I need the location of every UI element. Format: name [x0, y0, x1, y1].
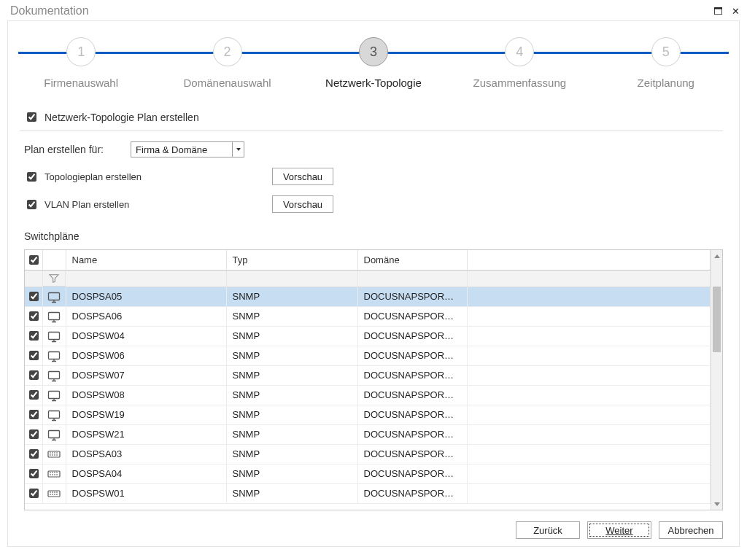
table-row[interactable]: DOSPSA06SNMPDOCUSNAPSPOR… — [25, 306, 711, 326]
row-checkbox[interactable] — [29, 370, 39, 380]
row-name: DOSPSW04 — [66, 326, 226, 346]
next-button[interactable]: Weiter — [587, 521, 651, 539]
row-checkbox[interactable] — [29, 331, 39, 341]
table-row[interactable]: DOSPSA04SNMPDOCUSNAPSPOR… — [25, 464, 711, 483]
close-icon[interactable]: ✕ — [732, 6, 740, 17]
filter-icon[interactable] — [43, 271, 66, 287]
row-typ: SNMP — [226, 326, 357, 346]
header-spacer — [467, 250, 711, 271]
row-checkbox[interactable] — [29, 489, 39, 498]
row-spacer — [467, 405, 711, 424]
row-domaene: DOCUSNAPSPOR… — [357, 287, 467, 306]
switch-icon — [47, 469, 61, 479]
monitor-icon — [47, 311, 61, 322]
filter-dom[interactable] — [357, 271, 467, 287]
filter-name[interactable] — [66, 271, 226, 287]
back-button[interactable]: Zurück — [516, 521, 580, 539]
step-circle: 4 — [505, 37, 534, 66]
row-spacer — [467, 287, 711, 306]
monitor-icon — [47, 410, 61, 420]
table-row[interactable]: DOSPSW21SNMPDOCUSNAPSPOR… — [25, 424, 711, 444]
svg-rect-4 — [49, 372, 60, 379]
plan-for-select[interactable]: Firma & Domäne — [131, 141, 244, 158]
topology-plan-checkbox[interactable] — [27, 172, 36, 182]
scroll-thumb[interactable] — [713, 287, 721, 352]
window: Dokumentation 🗖 ✕ 1Firmenauswahl2Domänen… — [0, 0, 747, 560]
step-label: Zeitplanung — [638, 77, 694, 89]
vlan-preview-button[interactable]: Vorschau — [272, 195, 333, 213]
monitor-icon — [47, 292, 61, 302]
header-domaene[interactable]: Domäne — [357, 250, 467, 271]
table-row[interactable]: DOSPSW19SNMPDOCUSNAPSPOR… — [25, 405, 711, 424]
table-row[interactable]: DOSPSW06SNMPDOCUSNAPSPOR… — [25, 346, 711, 365]
table-row[interactable]: DOSPSW04SNMPDOCUSNAPSPOR… — [25, 326, 711, 346]
switch-icon — [47, 449, 61, 459]
switchplans-table: Name Typ Domäne — [24, 249, 723, 510]
row-name: DOSPSW01 — [66, 483, 226, 503]
step-label: Domänenauswahl — [184, 77, 271, 89]
table-filter-row — [25, 271, 711, 287]
scroll-up-icon[interactable] — [711, 250, 722, 262]
row-spacer — [467, 464, 711, 483]
plan-for-label: Plan erstellen für: — [24, 144, 119, 155]
filter-typ[interactable] — [226, 271, 357, 287]
select-all-checkbox[interactable] — [29, 255, 39, 265]
step-circle: 1 — [66, 37, 96, 66]
table-row[interactable]: DOSPSA03SNMPDOCUSNAPSPOR… — [25, 444, 711, 464]
row-checkbox[interactable] — [29, 410, 39, 419]
row-checkbox[interactable] — [29, 390, 39, 400]
row-typ: SNMP — [226, 287, 357, 306]
row-checkbox[interactable] — [29, 351, 39, 360]
plan-for-row: Plan erstellen für: Firma & Domäne — [24, 141, 723, 158]
row-typ: SNMP — [226, 444, 357, 464]
wizard-step[interactable]: 1Firmenauswahl — [8, 37, 154, 89]
row-checkbox[interactable] — [29, 311, 39, 321]
row-domaene: DOCUSNAPSPOR… — [357, 326, 467, 346]
table-row[interactable]: DOSPSA05SNMPDOCUSNAPSPOR… — [25, 287, 711, 306]
row-typ: SNMP — [226, 483, 357, 503]
row-checkbox[interactable] — [29, 469, 39, 478]
monitor-icon — [47, 370, 61, 381]
svg-rect-8 — [48, 451, 60, 457]
vlan-plan-checkbox[interactable] — [27, 200, 36, 209]
monitor-icon — [47, 351, 61, 361]
svg-rect-3 — [49, 352, 60, 359]
topology-preview-button[interactable]: Vorschau — [272, 168, 333, 185]
row-name: DOSPSA05 — [66, 287, 226, 306]
wizard-steps: 1Firmenauswahl2Domänenauswahl3Netzwerk-T… — [8, 37, 739, 100]
row-domaene: DOCUSNAPSPOR… — [357, 405, 467, 424]
wizard-step[interactable]: 3Netzwerk-Topologie — [301, 37, 446, 89]
create-topology-plan-label: Netzwerk-Topologie Plan erstellen — [44, 112, 199, 123]
table-row[interactable]: DOSPSW07SNMPDOCUSNAPSPOR… — [25, 365, 711, 385]
row-domaene: DOCUSNAPSPOR… — [357, 483, 467, 503]
table-row[interactable]: DOSPSW08SNMPDOCUSNAPSPOR… — [25, 385, 711, 405]
maximize-icon[interactable]: 🗖 — [713, 6, 723, 17]
monitor-icon — [47, 390, 61, 400]
row-checkbox[interactable] — [29, 429, 39, 439]
chevron-down-icon — [232, 142, 244, 157]
create-topology-plan-checkbox[interactable] — [27, 112, 36, 122]
wizard-step[interactable]: 4Zusammenfassung — [446, 37, 592, 89]
step-label: Firmenauswahl — [44, 77, 118, 89]
scroll-down-icon[interactable] — [711, 498, 722, 510]
row-typ: SNMP — [226, 346, 357, 365]
wizard-step[interactable]: 2Domänenauswahl — [155, 37, 301, 89]
row-spacer — [467, 483, 711, 503]
dialog-content: 1Firmenauswahl2Domänenauswahl3Netzwerk-T… — [7, 20, 740, 547]
table-row[interactable]: DOSPSW01SNMPDOCUSNAPSPOR… — [25, 483, 711, 503]
wizard-step[interactable]: 5Zeitplanung — [593, 37, 739, 89]
cancel-button[interactable]: Abbrechen — [659, 521, 723, 539]
row-spacer — [467, 326, 711, 346]
switch-icon — [47, 489, 61, 499]
section-toggle-row: Netzwerk-Topologie Plan erstellen — [20, 110, 723, 131]
header-name[interactable]: Name — [66, 250, 226, 271]
row-typ: SNMP — [226, 424, 357, 444]
step-circle: 3 — [359, 37, 388, 66]
row-checkbox[interactable] — [29, 292, 39, 301]
table-scrollbar[interactable] — [711, 250, 722, 510]
row-domaene: DOCUSNAPSPOR… — [357, 306, 467, 326]
header-typ[interactable]: Typ — [226, 250, 357, 271]
step-label: Zusammenfassung — [473, 77, 567, 89]
row-checkbox[interactable] — [29, 449, 39, 459]
row-spacer — [467, 365, 711, 385]
